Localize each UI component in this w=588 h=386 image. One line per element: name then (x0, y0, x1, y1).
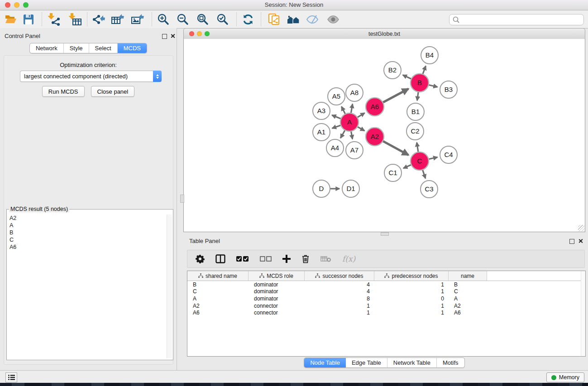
column-header-name[interactable]: name (449, 271, 487, 281)
table-scrollbar[interactable] (581, 271, 585, 356)
zoom-in-icon[interactable] (155, 12, 172, 27)
clone-network-icon[interactable] (266, 12, 282, 27)
criterion-dropdown[interactable]: largest connected component (directed) (20, 71, 162, 82)
cell-successor-nodes[interactable]: 1 (305, 310, 374, 316)
cell-name[interactable]: A6 (449, 310, 487, 316)
tab-mcds[interactable]: MCDS (118, 43, 147, 53)
cell-predecessor-nodes[interactable]: 1 (374, 303, 449, 309)
cell-successor-nodes[interactable]: 4 (305, 288, 374, 295)
table-close-icon[interactable] (578, 238, 583, 243)
cell-name[interactable]: A2 (449, 303, 487, 309)
show-all-icon[interactable] (325, 12, 341, 27)
task-history-button[interactable] (5, 372, 17, 382)
export-image-icon[interactable] (130, 12, 146, 27)
cell-predecessor-nodes[interactable]: 1 (374, 310, 449, 316)
result-scrollbar[interactable] (167, 214, 172, 358)
cell-successor-nodes[interactable]: 4 (305, 281, 374, 288)
horizontal-splitter-handle[interactable] (180, 195, 184, 203)
edge-B-B1[interactable] (417, 92, 419, 100)
mcds-result-list[interactable]: A2ABCA6 (8, 214, 166, 358)
column-header-mcds-role[interactable]: MCDS role (249, 271, 305, 281)
cell-shared-name[interactable]: A (187, 295, 249, 302)
memory-button[interactable]: Memory (546, 372, 584, 382)
edge-A6-B[interactable] (383, 89, 409, 102)
edge-A-A8[interactable] (351, 104, 352, 113)
close-panel-button[interactable]: Close panel (91, 86, 135, 97)
tab-network-table[interactable]: Network Table (387, 358, 437, 367)
table-row[interactable]: Bdominator41B (187, 281, 585, 288)
table-row[interactable]: A6connector11A6 (187, 309, 585, 316)
result-item[interactable]: C (10, 236, 166, 243)
cell-mcds-role[interactable]: dominator (249, 288, 305, 295)
tab-style[interactable]: Style (64, 43, 89, 53)
cell-mcds-role[interactable]: connector (249, 310, 305, 316)
cell-name[interactable]: C (449, 288, 487, 295)
result-item[interactable]: A (10, 222, 166, 229)
deselect-all-icon[interactable] (260, 256, 272, 262)
close-panel-icon[interactable] (170, 33, 175, 38)
cell-shared-name[interactable]: A2 (187, 303, 249, 309)
edge-A-A4[interactable] (340, 130, 345, 138)
result-item[interactable]: A2 (10, 214, 166, 222)
select-all-icon[interactable] (236, 256, 249, 262)
column-header-successor-nodes[interactable]: successor nodes (305, 271, 374, 281)
network-canvas[interactable]: AA1A2A3A4A5A6A7A8BB1B2B3B4CC1C2C3C4DD1 (183, 39, 585, 232)
edge-C-C2[interactable] (417, 143, 418, 152)
float-panel-icon[interactable] (162, 34, 167, 39)
column-header-shared-name[interactable]: shared name (187, 271, 249, 281)
resize-grip-icon[interactable] (578, 225, 584, 231)
column-header-predecessor-nodes[interactable]: predecessor nodes (374, 271, 449, 281)
edge-A-A3[interactable] (332, 115, 341, 119)
table-float-icon[interactable] (569, 239, 574, 244)
export-network-icon[interactable] (91, 12, 107, 27)
tab-edge-table[interactable]: Edge Table (346, 358, 387, 367)
edge-B-B2[interactable] (403, 75, 411, 79)
cell-predecessor-nodes[interactable]: 1 (374, 281, 449, 288)
table-row[interactable]: A2connector11A2 (187, 302, 585, 310)
table-row[interactable]: Adominator80A (187, 295, 585, 302)
import-table-icon[interactable] (67, 12, 83, 27)
refresh-icon[interactable] (240, 12, 256, 27)
cell-predecessor-nodes[interactable]: 0 (374, 295, 449, 302)
save-session-icon[interactable] (20, 12, 37, 27)
cell-successor-nodes[interactable]: 1 (305, 303, 374, 309)
vertical-splitter-handle[interactable] (381, 232, 389, 236)
import-network-icon[interactable] (46, 12, 62, 27)
search-field[interactable] (449, 14, 584, 25)
export-table-icon[interactable] (110, 12, 126, 27)
cell-shared-name[interactable]: C (187, 288, 249, 295)
add-column-icon[interactable] (282, 255, 291, 263)
table-settings-icon[interactable] (196, 254, 205, 263)
table-row[interactable]: Cdominator41C (187, 288, 585, 295)
cell-predecessor-nodes[interactable]: 1 (374, 288, 449, 295)
cell-name[interactable]: B (449, 281, 487, 288)
column-selector-icon[interactable] (215, 254, 225, 263)
result-item[interactable]: A6 (10, 243, 166, 251)
delete-table-icon[interactable] (320, 255, 331, 262)
search-input[interactable] (461, 15, 583, 24)
cell-successor-nodes[interactable]: 8 (305, 295, 374, 302)
edge-B-B4[interactable] (423, 66, 426, 74)
edge-A-A5[interactable] (341, 106, 345, 114)
cell-mcds-role[interactable]: connector (249, 303, 305, 309)
result-item[interactable]: B (10, 229, 166, 236)
zoom-fit-icon[interactable] (195, 12, 211, 27)
edge-A2-C[interactable] (383, 141, 409, 155)
edge-A-A2[interactable] (357, 127, 364, 131)
cell-name[interactable]: A (449, 295, 487, 302)
first-neighbors-icon[interactable] (285, 12, 301, 27)
tab-network[interactable]: Network (30, 43, 64, 53)
open-file-icon[interactable] (3, 12, 19, 27)
run-mcds-button[interactable]: Run MCDS (42, 86, 85, 97)
tab-node-table[interactable]: Node Table (304, 358, 346, 367)
edge-C-C4[interactable] (429, 157, 438, 159)
tab-motifs[interactable]: Motifs (437, 358, 464, 367)
delete-column-icon[interactable] (301, 254, 310, 263)
edge-C-C1[interactable] (403, 165, 411, 168)
cell-mcds-role[interactable]: dominator (249, 281, 305, 288)
edge-A-A1[interactable] (332, 125, 341, 129)
tab-select[interactable]: Select (89, 43, 118, 53)
edge-A-A7[interactable] (351, 131, 352, 139)
function-builder-icon[interactable]: f(x) (342, 254, 355, 263)
zoom-selected-icon[interactable] (215, 12, 231, 27)
